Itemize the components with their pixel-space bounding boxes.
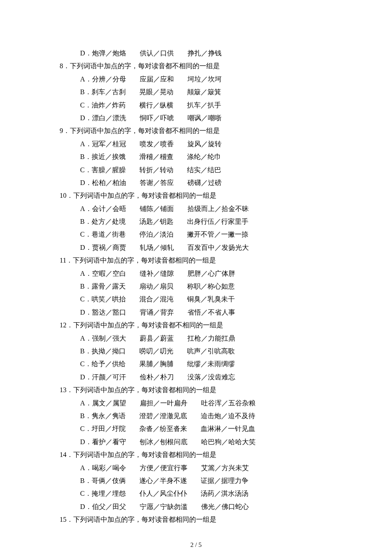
option-line: A．分辨／分母 应届／应和 坷垃／坎坷 bbox=[60, 73, 332, 86]
option-line: A．属文／属望 扁担／一叶扁舟 吐谷浑／五谷杂粮 bbox=[60, 397, 332, 410]
option-line: C．油炸／炸药 横行／纵横 扒车／扒手 bbox=[60, 99, 332, 112]
option-line: A．喝彩／喝令 方便／便宜行事 艾篙／方兴未艾 bbox=[60, 462, 332, 474]
option-line: C．害臊／腥臊 转折／转动 结实／结巴 bbox=[60, 164, 332, 176]
option-line: A．强制／强大 蔚县／蔚蓝 扛枪／力能扛鼎 bbox=[60, 332, 332, 345]
question-line: 13．下列词语中加点的字，每对读音都相同的一组是 bbox=[60, 384, 332, 396]
option-line: D．漂白／漂洗 恫吓／吓唬 嘲讽／嘲哳 bbox=[60, 112, 332, 124]
option-line: C．掩埋／埋怨 仆人／风尘仆仆 汤药／淇水汤汤 bbox=[60, 487, 332, 500]
option-line: D．伯父／田父 宁愿／宁缺勿滥 佛光／佛口蛇心 bbox=[60, 500, 332, 513]
page-number: 2 / 5 bbox=[60, 539, 332, 551]
content-body: D．炮弹／炮烙 供认／口供 挣扎／挣钱8．下列词语中加点的字，每对读音都不相同的… bbox=[60, 47, 332, 526]
question-line: 10．下列词语中加点的字，每对读音都相同的一组是 bbox=[60, 189, 332, 202]
question-line: 8．下列词语中加点的字，每对读音都不相同的一组是 bbox=[60, 60, 332, 72]
option-line: C．圩田／圩院 杂沓／纷至沓来 血淋淋／一针见血 bbox=[60, 422, 332, 435]
option-line: D．汗颜／可汗 俭朴／朴刀 没落／没齿难忘 bbox=[60, 371, 332, 384]
option-line: C．给予／供给 果脯／胸脯 纰缪／未雨绸缪 bbox=[60, 358, 332, 370]
question-line: 15．下列词语中加点的字，每对读音都相同的一组是 bbox=[60, 513, 332, 526]
option-line: D．贾祸／商贾 轧场／倾轧 百发百中／发扬光大 bbox=[60, 241, 332, 254]
option-line: B．隽永／隽语 澄碧／澄澈见底 迫击炮／迫不及待 bbox=[60, 410, 332, 422]
document-page: D．炮弹／炮烙 供认／口供 挣扎／挣钱8．下列词语中加点的字，每对读音都不相同的… bbox=[0, 0, 392, 555]
question-line: 11．下列词语中加点的字，每对读音都相同的一组是 bbox=[60, 254, 332, 267]
option-line: B．露骨／露天 扇动／扇贝 称职／称心如意 bbox=[60, 280, 332, 293]
option-line: B．哥俩／伎俩 遂心／半身不遂 证据／据理力争 bbox=[60, 474, 332, 487]
option-line: C．巷道／街巷 停泊／淡泊 撇开不管／一撇一捺 bbox=[60, 228, 332, 241]
option-line: D．炮弹／炮烙 供认／口供 挣扎／挣钱 bbox=[60, 47, 332, 60]
option-line: D．看护／看守 刨冰／刨根问底 哈巴狗／哈哈大笑 bbox=[60, 436, 332, 448]
option-line: A．空暇／空白 缝补／缝隙 肥胖／心广体胖 bbox=[60, 267, 332, 280]
option-line: D．松柏／柏油 答谢／答应 磅礴／过磅 bbox=[60, 176, 332, 189]
option-line: A．冠军／桂冠 喷发／喷香 旋风／旋转 bbox=[60, 138, 332, 150]
option-line: C．哄笑／哄抬 混合／混沌 铜臭／乳臭未干 bbox=[60, 293, 332, 306]
question-line: 12．下列词语中加点的字，每对读音都不相同的一组是 bbox=[60, 319, 332, 332]
option-line: B．执拗／拗口 唠叨／叨光 吭声／引吭高歌 bbox=[60, 345, 332, 358]
question-line: 14．下列词语中加点的字，每对读音都相同的一组是 bbox=[60, 448, 332, 461]
option-line: B．处方／处境 汤匙／钥匙 出身行伍／行家里手 bbox=[60, 215, 332, 228]
question-line: 9．下列词语中加点的字，每对读音都不相同的一组是 bbox=[60, 124, 332, 137]
option-line: D．豁达／豁口 背诵／背弃 省悟／不省人事 bbox=[60, 306, 332, 319]
option-line: A．会计／会晤 铺陈／铺面 拾级而上／拾金不昧 bbox=[60, 202, 332, 215]
option-line: B．刹车／古刹 晃眼／晃动 颠簸／簸箕 bbox=[60, 86, 332, 98]
option-line: B．挨近／挨饿 滑稽／稽查 涤纶／纶巾 bbox=[60, 150, 332, 163]
